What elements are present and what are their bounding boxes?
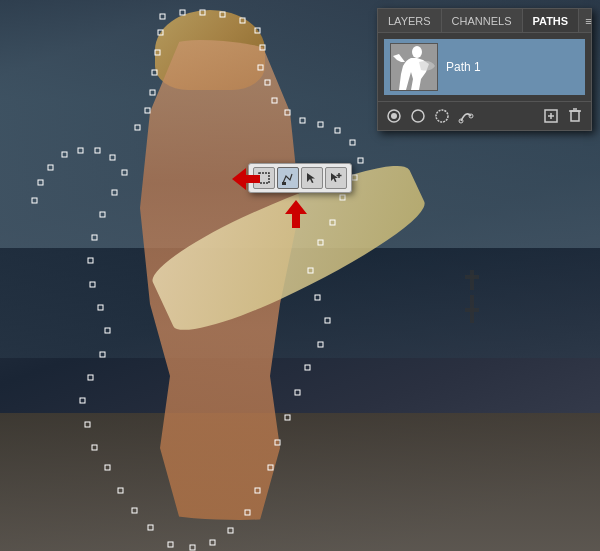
svg-point-79	[412, 110, 424, 122]
panel-bottom-toolbar	[378, 101, 591, 130]
svg-point-76	[412, 46, 422, 58]
load-selection-btn[interactable]	[432, 106, 452, 126]
path-item[interactable]: Path 1	[384, 39, 585, 95]
svg-rect-86	[571, 111, 579, 121]
float-toolbar	[248, 163, 352, 193]
svg-rect-3	[465, 308, 479, 312]
paths-panel: LAYERS CHANNELS PATHS ≡ Path 1	[377, 8, 592, 131]
make-work-path-btn[interactable]	[456, 106, 476, 126]
svg-point-78	[391, 113, 397, 119]
delete-path-btn[interactable]	[565, 106, 585, 126]
canvas-area: LAYERS CHANNELS PATHS ≡ Path 1	[0, 0, 600, 551]
svg-rect-70	[282, 182, 286, 185]
path-component-btn[interactable]	[277, 167, 299, 189]
panel-header: LAYERS CHANNELS PATHS ≡	[378, 9, 591, 33]
surfboard-symbol	[460, 270, 500, 332]
sand-area	[0, 413, 600, 551]
svg-point-80	[436, 110, 448, 122]
panel-menu-btn[interactable]: ≡	[579, 9, 597, 32]
svg-rect-69	[259, 173, 269, 183]
path-label: Path 1	[446, 60, 481, 74]
direct-select-btn[interactable]	[301, 167, 323, 189]
path-thumbnail	[390, 43, 438, 91]
add-anchor-btn[interactable]	[325, 167, 347, 189]
tab-channels[interactable]: CHANNELS	[442, 9, 523, 32]
stroke-path-btn[interactable]	[408, 106, 428, 126]
svg-rect-1	[465, 275, 479, 279]
svg-rect-0	[470, 270, 474, 290]
tab-paths[interactable]: PATHS	[523, 9, 580, 32]
new-path-btn[interactable]	[541, 106, 561, 126]
tab-layers[interactable]: LAYERS	[378, 9, 442, 32]
fill-path-btn[interactable]	[384, 106, 404, 126]
rect-marquee-btn[interactable]	[253, 167, 275, 189]
